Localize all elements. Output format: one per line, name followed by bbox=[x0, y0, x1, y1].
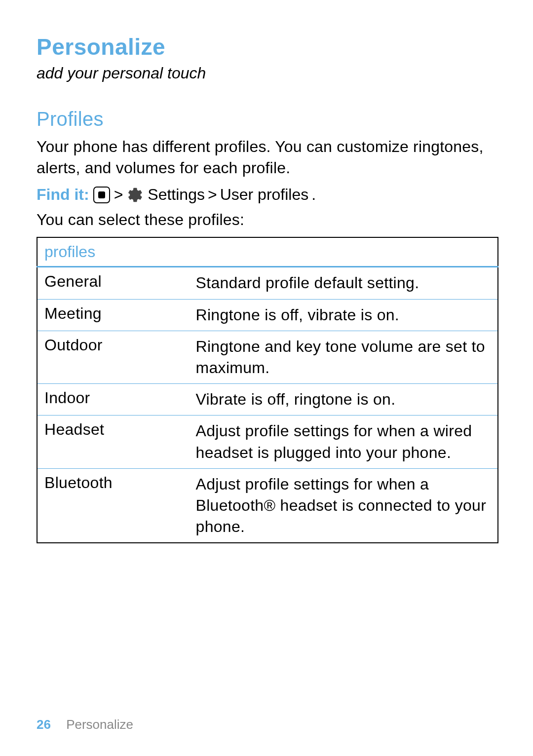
breadcrumb-user-profiles: User profiles bbox=[220, 186, 309, 204]
profile-name: General bbox=[37, 267, 194, 299]
page-footer: 26 Personalize bbox=[37, 717, 133, 732]
profile-name: Indoor bbox=[37, 384, 194, 416]
find-it-label: Find it: bbox=[37, 186, 89, 204]
profile-name: Bluetooth bbox=[37, 468, 194, 543]
breadcrumb-settings: Settings bbox=[148, 186, 205, 204]
table-row: Indoor Vibrate is off, ringtone is on. bbox=[37, 384, 498, 416]
table-row: Headset Adjust profile settings for when… bbox=[37, 416, 498, 468]
table-row: Bluetooth Adjust profile settings for wh… bbox=[37, 468, 498, 543]
profile-name: Outdoor bbox=[37, 331, 194, 383]
gear-icon bbox=[127, 187, 144, 203]
page-number: 26 bbox=[37, 717, 51, 732]
find-it-line: Find it: > Settings > User profiles . bbox=[37, 186, 498, 204]
table-row: Outdoor Ringtone and key tone volume are… bbox=[37, 331, 498, 383]
breadcrumb-separator: > bbox=[208, 186, 217, 204]
section-heading-profiles: Profiles bbox=[37, 108, 498, 130]
table-header: profiles bbox=[37, 237, 498, 267]
profile-desc: Vibrate is off, ringtone is on. bbox=[194, 384, 498, 416]
profiles-table: profiles General Standard profile defaul… bbox=[37, 237, 498, 543]
select-profiles-text: You can select these profiles: bbox=[37, 211, 498, 229]
profile-desc: Adjust profile settings for when a Bluet… bbox=[194, 468, 498, 543]
profile-desc: Ringtone and key tone volume are set to … bbox=[194, 331, 498, 383]
profile-desc: Ringtone is off, vibrate is on. bbox=[194, 299, 498, 331]
intro-paragraph: Your phone has different profiles. You c… bbox=[37, 136, 498, 179]
profile-name: Meeting bbox=[37, 299, 194, 331]
page-subtitle: add your personal touch bbox=[37, 64, 498, 82]
profile-desc: Standard profile default setting. bbox=[194, 267, 498, 299]
breadcrumb-separator: > bbox=[114, 186, 123, 204]
menu-key-icon bbox=[93, 187, 110, 203]
table-row: General Standard profile default setting… bbox=[37, 267, 498, 299]
profile-name: Headset bbox=[37, 416, 194, 468]
footer-section-name: Personalize bbox=[66, 717, 133, 732]
page-title: Personalize bbox=[37, 34, 498, 60]
breadcrumb-period: . bbox=[311, 186, 316, 204]
profile-desc: Adjust profile settings for when a wired… bbox=[194, 416, 498, 468]
table-row: Meeting Ringtone is off, vibrate is on. bbox=[37, 299, 498, 331]
